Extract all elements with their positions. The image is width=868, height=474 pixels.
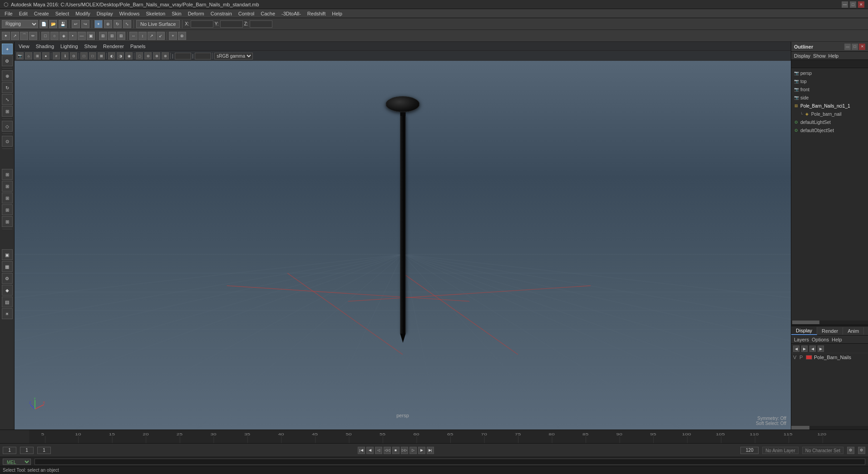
layer-back2-btn[interactable]: ◀ (809, 346, 816, 352)
dtab-display[interactable]: Display (791, 327, 817, 335)
frame-current-input[interactable] (20, 447, 34, 454)
undo-btn[interactable]: ↩ (72, 20, 80, 28)
menu-redshift[interactable]: Redshift (305, 10, 328, 17)
mode-select[interactable]: Rigging (2, 20, 38, 28)
snap-curve[interactable]: ⊞ (2, 181, 13, 192)
scale-btn[interactable]: ⤡ (123, 20, 131, 28)
tool-snap[interactable]: ⊞ (99, 32, 107, 40)
tool-xform3[interactable]: ↗ (148, 32, 156, 40)
menu-help[interactable]: Help (329, 10, 345, 17)
vp-menu-view[interactable]: View (17, 44, 31, 49)
layer-fwd2-btn[interactable]: ▶ (818, 346, 824, 352)
outliner-search-input[interactable] (793, 61, 866, 66)
menu-create[interactable]: Create (31, 10, 52, 17)
maximize-button[interactable]: □ (850, 1, 856, 8)
minimize-button[interactable]: — (842, 1, 848, 8)
vp-xray2-btn[interactable]: ⊖ (144, 52, 152, 59)
vp-smooth-btn[interactable]: ● (42, 52, 49, 59)
prev-key-btn[interactable]: ◁ (375, 447, 382, 454)
render-settings[interactable]: ⚙ (2, 273, 13, 284)
tool-lasso[interactable]: ⌒ (20, 32, 28, 40)
vp-res1-btn[interactable]: □ (80, 52, 88, 59)
vp-isolate-btn[interactable]: ⊙ (70, 52, 77, 59)
tool-snap3[interactable]: ⊞ (117, 32, 125, 40)
menu-skin[interactable]: Skin (169, 10, 184, 17)
goto-start-btn[interactable]: |◀ (358, 447, 365, 454)
dtab-anim[interactable]: Anim (843, 327, 864, 335)
next-key-btn[interactable]: ▷ (409, 447, 417, 454)
tree-item-top[interactable]: 📷 top (791, 77, 868, 85)
tree-item-pole-nail[interactable]: └ ◈ Pole_barn_nail (791, 110, 868, 118)
tool-box-sel[interactable]: □ (41, 32, 49, 40)
move-tool[interactable]: ⊕ (2, 70, 13, 81)
vp-ao-btn[interactable]: ◑ (117, 52, 124, 59)
tree-item-persp[interactable]: 📷 persp (791, 69, 868, 77)
render-region[interactable]: ▣ (2, 249, 13, 260)
menu-deform[interactable]: Deform (185, 10, 207, 17)
snap-live[interactable]: ⊞ (2, 216, 13, 227)
frame-start-input[interactable] (3, 447, 16, 454)
title-bar-controls[interactable]: — □ ✕ (842, 1, 864, 8)
no-live-surface-btn[interactable]: No Live Surface (136, 20, 180, 28)
vp-wireframe-btn[interactable]: ⊞ (34, 52, 41, 59)
y-input[interactable] (220, 20, 243, 28)
tool-xform5[interactable]: ⊕ (178, 32, 186, 40)
menu-edit[interactable]: Edit (16, 10, 30, 17)
tool-select2[interactable]: ✦ (2, 32, 10, 40)
dtab-render[interactable]: Render (817, 327, 843, 335)
snap-surface[interactable]: ⊞ (2, 204, 13, 215)
viewport[interactable]: View Shading Lighting Show Renderer Pane… (15, 42, 791, 430)
layer-back-btn[interactable]: ◀ (793, 346, 799, 352)
menu-modify[interactable]: Modify (73, 10, 93, 17)
save-btn[interactable]: 💾 (59, 20, 67, 28)
anim-settings-btn[interactable]: ⚙ (847, 447, 854, 454)
menu-cache[interactable]: Cache (258, 10, 278, 17)
tool-vert[interactable]: • (69, 32, 77, 40)
timeline-ruler[interactable]: 5 10 15 20 25 30 35 40 45 50 55 60 65 (29, 430, 868, 443)
prev-frame-btn[interactable]: ◀ (366, 447, 374, 454)
vp-menu-panels[interactable]: Panels (129, 44, 147, 49)
paint-select-tool[interactable]: ⚙ (2, 55, 13, 66)
dsub-options[interactable]: Options (812, 337, 829, 342)
rotate-tool[interactable]: ↻ (2, 82, 13, 93)
vp-xray3-btn[interactable]: ⊕ (153, 52, 160, 59)
x-input[interactable] (191, 20, 213, 28)
menu-windows[interactable]: Windows (117, 10, 143, 17)
tool-circle-sel[interactable]: ○ (50, 32, 59, 40)
tool-xform2[interactable]: ↕ (138, 32, 147, 40)
vp-shadow-btn[interactable]: ◐ (108, 52, 115, 59)
vp-home-btn[interactable]: ⌂ (25, 52, 32, 59)
tool-arrow[interactable]: ↗ (11, 32, 19, 40)
z-input[interactable] (250, 20, 272, 28)
play-fwd-btn[interactable]: ▷▷ (401, 447, 408, 454)
light-editor[interactable]: ☀ (2, 308, 13, 319)
stop-btn[interactable]: ■ (392, 447, 399, 454)
menu-3dtoa[interactable]: -3DtoAll- (279, 10, 304, 17)
tree-item-default-light-set[interactable]: ⊙ defaultLightSet (791, 118, 868, 126)
tool-paint[interactable]: ✏ (29, 32, 37, 40)
frame-marker-input[interactable] (37, 447, 51, 454)
next-frame-btn[interactable]: ▶ (418, 447, 425, 454)
vp-menu-lighting[interactable]: Lighting (59, 44, 79, 49)
show-manip-tool[interactable]: ◇ (2, 121, 13, 132)
menu-file[interactable]: File (2, 10, 15, 17)
snap-grid[interactable]: ⊞ (2, 169, 13, 180)
scale-tool[interactable]: ⤡ (2, 94, 13, 105)
tool-xform[interactable]: ↔ (129, 32, 138, 40)
tool-xform4[interactable]: ↙ (157, 32, 165, 40)
tree-item-pole-group[interactable]: ⊞ Pole_Barn_Nails_nci1_1 (791, 102, 868, 110)
tool-edge[interactable]: — (78, 32, 86, 40)
redo-btn[interactable]: ↪ (81, 20, 89, 28)
vp-menu-shading[interactable]: Shading (35, 44, 55, 49)
outliner-close-btn[interactable]: ✕ (859, 44, 865, 50)
dsub-help[interactable]: Help (832, 337, 842, 342)
dsub-layers[interactable]: Layers (794, 337, 809, 342)
outliner-maximize-btn[interactable]: □ (852, 44, 858, 50)
vp-value-a[interactable]: 0.00 (175, 53, 191, 59)
timeline[interactable]: 5 10 15 20 25 30 35 40 45 50 55 60 65 (0, 430, 868, 443)
goto-end-btn[interactable]: ▶| (427, 447, 434, 454)
command-input[interactable] (35, 459, 865, 465)
new-scene-btn[interactable]: 📄 (39, 20, 48, 28)
menu-constrain[interactable]: Constrain (208, 10, 235, 17)
tree-item-front[interactable]: 📷 front (791, 85, 868, 94)
